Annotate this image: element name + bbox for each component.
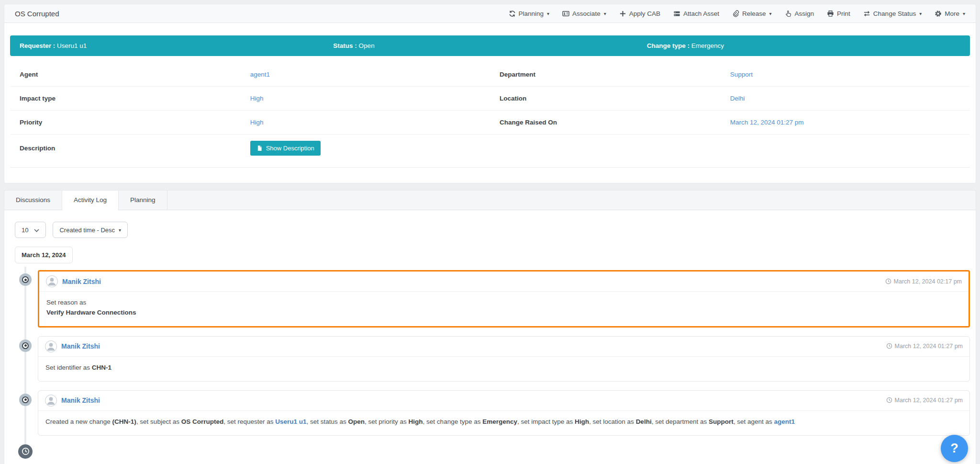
detail-row-location: Location Delhi — [490, 87, 970, 111]
entry-timestamp: March 12, 2024 01:27 pm — [886, 397, 963, 404]
show-description-button[interactable]: Show Description — [250, 141, 321, 156]
timeline-marker-icon — [19, 394, 32, 406]
timeline-marker-icon — [19, 273, 32, 286]
attach-asset-button[interactable]: Attach Asset — [673, 10, 719, 17]
exchange-icon — [863, 10, 870, 17]
timeline-entry: Manik Zitshi March 12, 2024 01:27 pm Cre… — [38, 390, 970, 436]
timeline-entry: Manik Zitshi March 12, 2024 02:17 pm Set… — [38, 270, 970, 328]
chevron-down-icon: ▾ — [547, 11, 549, 16]
detail-row-impact-type: Impact type High — [10, 87, 490, 111]
tab-planning[interactable]: Planning — [119, 191, 167, 210]
more-button[interactable]: More ▾ — [935, 10, 965, 17]
details-left-column: Agent agent1 Impact type High Priority H… — [10, 63, 490, 161]
sync-icon — [509, 10, 516, 17]
paperclip-icon — [732, 10, 739, 17]
entry-author[interactable]: Manik Zitshi — [46, 275, 101, 287]
activity-panel: Discussions Activity Log Planning 10 Cre… — [4, 190, 976, 464]
department-link[interactable]: Support — [730, 71, 753, 78]
chevron-down-icon: ▾ — [919, 11, 922, 16]
location-link[interactable]: Delhi — [730, 95, 745, 102]
chevron-down-icon: ▾ — [119, 227, 121, 233]
priority-link[interactable]: High — [250, 119, 264, 126]
detail-row-change-raised-on: Change Raised On March 12, 2024 01:27 pm — [490, 111, 970, 135]
entry-author[interactable]: Manik Zitshi — [45, 340, 100, 352]
activity-controls: 10 Created time - Desc ▾ — [15, 222, 970, 238]
clock-icon — [885, 278, 891, 285]
entry-body: Set identifier as CHN-1 — [38, 357, 969, 381]
page-title: OS Corrupted — [15, 10, 59, 18]
timeline-entry: Manik Zitshi March 12, 2024 01:27 pm Set… — [38, 336, 970, 382]
gear-icon — [935, 10, 942, 17]
tab-bar: Discussions Activity Log Planning — [4, 191, 976, 210]
change-raised-on-value: March 12, 2024 01:27 pm — [730, 119, 804, 126]
apply-cab-button[interactable]: Apply CAB — [619, 10, 660, 17]
detail-row-priority: Priority High — [10, 111, 490, 135]
activity-entry-card: Manik Zitshi March 12, 2024 01:27 pm Cre… — [38, 390, 970, 436]
id-card-icon — [562, 10, 569, 17]
help-button[interactable]: ? — [941, 435, 968, 462]
toolbar: Planning ▾ Associate ▾ Apply CAB Attach … — [509, 10, 965, 17]
clock-icon — [886, 397, 892, 404]
date-group-label: March 12, 2024 — [15, 247, 73, 263]
chevron-down-icon: ▾ — [604, 11, 606, 16]
chevron-down-icon: ▾ — [963, 11, 965, 16]
printer-icon — [827, 10, 834, 17]
chevron-down-icon — [34, 226, 39, 234]
plus-icon — [619, 10, 626, 17]
change-status-button[interactable]: Change Status ▾ — [863, 10, 922, 17]
entry-timestamp: March 12, 2024 02:17 pm — [885, 278, 962, 285]
chevron-down-icon: ▾ — [769, 11, 772, 16]
sort-order-button[interactable]: Created time - Desc ▾ — [53, 222, 128, 238]
details-grid: Agent agent1 Impact type High Priority H… — [4, 56, 976, 161]
status-banner: Requester : Useru1 u1 Status : Open Chan… — [10, 35, 970, 56]
tab-activity-log[interactable]: Activity Log — [62, 191, 119, 210]
avatar — [46, 275, 58, 287]
banner-status: Status : Open — [333, 42, 646, 49]
timeline-end-clock-icon — [18, 444, 33, 459]
timeline-marker-icon — [19, 340, 32, 352]
activity-entry-card: Manik Zitshi March 12, 2024 02:17 pm Set… — [38, 270, 970, 328]
agent-link[interactable]: agent1 — [250, 71, 270, 78]
activity-entry-card: Manik Zitshi March 12, 2024 01:27 pm Set… — [38, 336, 970, 382]
impact-type-link[interactable]: High — [250, 95, 264, 102]
avatar — [45, 340, 57, 352]
avatar — [45, 395, 57, 407]
banner-requester: Requester : Useru1 u1 — [20, 42, 333, 49]
tab-discussions[interactable]: Discussions — [4, 191, 62, 210]
window-header: OS Corrupted Planning ▾ Associate ▾ Appl… — [4, 4, 976, 23]
document-icon — [256, 145, 263, 152]
details-right-column: Department Support Location Delhi Change… — [490, 63, 970, 161]
activity-timeline: March 12, 2024 Manik Zitshi — [10, 238, 970, 459]
print-button[interactable]: Print — [827, 10, 850, 17]
detail-row-agent: Agent agent1 — [10, 63, 490, 87]
entry-author[interactable]: Manik Zitshi — [45, 395, 100, 407]
server-icon — [673, 10, 680, 17]
entry-body: Set reason asVerify Hardware Connections — [39, 292, 969, 326]
entry-timestamp: March 12, 2024 01:27 pm — [886, 343, 963, 350]
release-button[interactable]: Release ▾ — [732, 10, 772, 17]
detail-row-description: Description Show Description — [10, 135, 490, 161]
hand-pointer-icon — [785, 10, 792, 17]
assign-button[interactable]: Assign — [785, 10, 814, 17]
change-summary-panel: OS Corrupted Planning ▾ Associate ▾ Appl… — [4, 4, 976, 183]
entry-body: Created a new change (CHN-1), set subjec… — [38, 411, 969, 435]
clock-icon — [886, 343, 892, 350]
activity-log-content: 10 Created time - Desc ▾ March 12, 2024 — [4, 210, 976, 464]
page-size-select[interactable]: 10 — [15, 222, 46, 238]
detail-row-department: Department Support — [490, 63, 970, 87]
associate-button[interactable]: Associate ▾ — [562, 10, 606, 17]
banner-change-type: Change type : Emergency — [647, 42, 960, 49]
planning-button[interactable]: Planning ▾ — [509, 10, 550, 17]
